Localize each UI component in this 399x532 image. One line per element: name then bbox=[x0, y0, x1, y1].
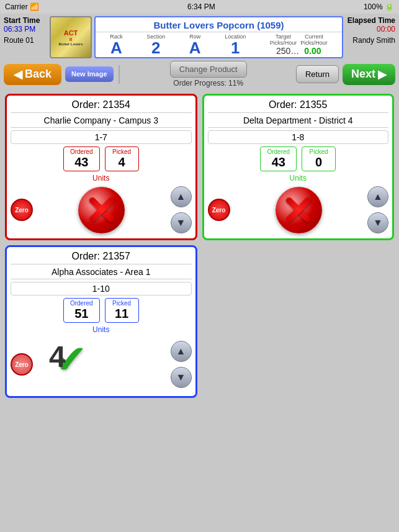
ordered-box-blue: Ordered 51 bbox=[63, 298, 100, 323]
rack-row: Rack A Section 2 Row A Location 1 Target… bbox=[96, 32, 342, 57]
start-time-value: 06:33 PM bbox=[4, 25, 47, 34]
order-title-green: Order: 21355 bbox=[208, 99, 389, 113]
down-arrow-blue[interactable]: ▼ bbox=[171, 367, 192, 388]
order-range-blue: 1-10 bbox=[11, 282, 192, 295]
target-picks-label: TargetPicks/Hour bbox=[270, 34, 297, 46]
img-sub-text: Butter Lovers bbox=[58, 42, 83, 46]
orders-grid: Order: 21354 Charlie Company - Campus 3 … bbox=[0, 90, 399, 402]
x-lines-green bbox=[283, 194, 314, 225]
location-col: Location 1 bbox=[225, 34, 246, 56]
product-image: ACT II Butter Lovers bbox=[50, 16, 92, 58]
status-time: 6:34 PM bbox=[187, 2, 215, 11]
units-green: Units bbox=[208, 174, 389, 183]
card-bottom-blue: Zero 4 ✔ ▲ ▼ bbox=[11, 336, 192, 392]
order-company-red: Charlie Company - Campus 3 bbox=[11, 115, 192, 128]
header-section: Start Time 06:33 PM Route 01 ACT II Butt… bbox=[0, 14, 399, 60]
qty-row-blue: Ordered 51 Picked 11 bbox=[11, 298, 192, 323]
down-arrow-red[interactable]: ▼ bbox=[171, 212, 192, 233]
battery-icon: 🔋 bbox=[385, 2, 394, 11]
img-act-text: ACT bbox=[64, 29, 78, 37]
x-mark-red bbox=[35, 185, 168, 235]
qty-row-green: Ordered 43 Picked 0 bbox=[208, 147, 389, 171]
order-title-blue: Order: 21357 bbox=[11, 251, 192, 264]
units-blue: Units bbox=[11, 325, 192, 334]
ordered-val-red: 43 bbox=[74, 155, 88, 169]
status-bar: Carrier 📶 6:34 PM 100% 🔋 bbox=[0, 0, 399, 14]
next-button[interactable]: Next ▶ bbox=[343, 64, 395, 85]
action-row: ◀ Back New Image Change Product Order Pr… bbox=[0, 60, 399, 90]
battery-indicator: 100% 🔋 bbox=[364, 2, 394, 11]
route-label: Route 01 bbox=[4, 36, 47, 45]
order-company-blue: Alpha Associates - Area 1 bbox=[11, 267, 192, 279]
picked-box-red: Picked 4 bbox=[105, 147, 139, 171]
product-info-block: Butter Lovers Popcorn (1059) Rack A Sect… bbox=[94, 16, 343, 58]
order-card-red: Order: 21354 Charlie Company - Campus 3 … bbox=[5, 94, 197, 240]
arrow-col-green: ▲ ▼ bbox=[367, 186, 388, 233]
card-bottom-green: Zero ▲ ▼ bbox=[208, 185, 389, 235]
qty-row-red: Ordered 43 Picked 4 bbox=[11, 147, 192, 171]
carrier-info: Carrier 📶 bbox=[5, 2, 39, 11]
row-col: Row A bbox=[189, 34, 201, 56]
ordered-label-red: Ordered bbox=[70, 148, 93, 155]
order-range-red: 1-7 bbox=[11, 130, 192, 144]
x-lines-red bbox=[86, 194, 117, 225]
start-time-label: Start Time bbox=[4, 16, 47, 25]
x-circle-green bbox=[276, 187, 322, 233]
down-arrow-green[interactable]: ▼ bbox=[367, 212, 388, 233]
up-arrow-green[interactable]: ▲ bbox=[367, 186, 388, 207]
current-picks-label: CurrentPicks/Hour bbox=[300, 34, 328, 46]
picked-val-red: 4 bbox=[119, 155, 125, 169]
up-arrow-red[interactable]: ▲ bbox=[171, 186, 192, 207]
change-product-label: Change Product bbox=[179, 65, 238, 74]
picked-label-green: Picked bbox=[310, 148, 328, 155]
ordered-val-blue: 51 bbox=[74, 307, 88, 321]
zero-button-red[interactable]: Zero bbox=[11, 199, 33, 221]
header-left: Start Time 06:33 PM Route 01 bbox=[4, 16, 47, 45]
picked-label-blue: Picked bbox=[112, 300, 131, 307]
x-mark-green bbox=[233, 185, 365, 235]
units-red: Units bbox=[11, 174, 192, 183]
back-arrow-icon: ◀ bbox=[14, 68, 22, 81]
row-value: A bbox=[189, 40, 201, 56]
order-company-green: Delta Department - District 4 bbox=[208, 115, 389, 128]
target-value: 250… bbox=[276, 46, 299, 56]
section-value: 2 bbox=[151, 40, 160, 56]
new-image-button[interactable]: New Image bbox=[65, 66, 113, 82]
check-number: 4 bbox=[49, 340, 66, 374]
new-image-label: New Image bbox=[71, 70, 107, 78]
current-value: 0.00 bbox=[304, 46, 321, 56]
arrow-col-red: ▲ ▼ bbox=[171, 186, 192, 233]
elapsed-label: Elapsed Time bbox=[347, 16, 395, 25]
order-card-blue: Order: 21357 Alpha Associates - Area 1 1… bbox=[5, 245, 197, 398]
order-card-green: Order: 21355 Delta Department - District… bbox=[202, 94, 395, 240]
ordered-box-red: Ordered 43 bbox=[63, 147, 100, 171]
carrier-text: Carrier bbox=[5, 2, 28, 11]
section-col: Section 2 bbox=[146, 34, 165, 56]
ordered-box-green: Ordered 43 bbox=[260, 147, 297, 171]
arrow-col-blue: ▲ ▼ bbox=[171, 341, 192, 388]
next-label: Next bbox=[351, 68, 375, 81]
center-actions: Change Product Order Progress: 11% bbox=[125, 61, 292, 88]
zero-button-green[interactable]: Zero bbox=[208, 199, 230, 221]
next-arrow-icon: ▶ bbox=[378, 68, 387, 81]
picks-col: TargetPicks/Hour CurrentPicks/Hour 250… … bbox=[270, 34, 328, 56]
checkmark-blue: 4 ✔ bbox=[35, 336, 168, 392]
header-right: Elapsed Time 00:00 Randy Smith bbox=[346, 16, 395, 45]
ordered-label-blue: Ordered bbox=[70, 300, 93, 307]
picked-label-red: Picked bbox=[112, 148, 131, 155]
back-button[interactable]: ◀ Back bbox=[4, 64, 61, 85]
zero-button-blue[interactable]: Zero bbox=[11, 353, 33, 376]
rack-col: Rack A bbox=[110, 34, 123, 56]
ordered-label-green: Ordered bbox=[267, 148, 290, 155]
order-title-red: Order: 21354 bbox=[11, 99, 192, 113]
wifi-icon: 📶 bbox=[30, 2, 39, 11]
up-arrow-blue[interactable]: ▲ bbox=[171, 341, 192, 362]
return-label: Return bbox=[305, 70, 330, 79]
x-circle-red bbox=[78, 187, 125, 233]
picked-val-green: 0 bbox=[315, 155, 322, 169]
username: Randy Smith bbox=[352, 36, 395, 45]
picked-val-blue: 11 bbox=[115, 307, 128, 321]
return-button[interactable]: Return bbox=[296, 65, 339, 83]
change-product-button[interactable]: Change Product bbox=[170, 61, 247, 78]
divider bbox=[119, 65, 120, 84]
